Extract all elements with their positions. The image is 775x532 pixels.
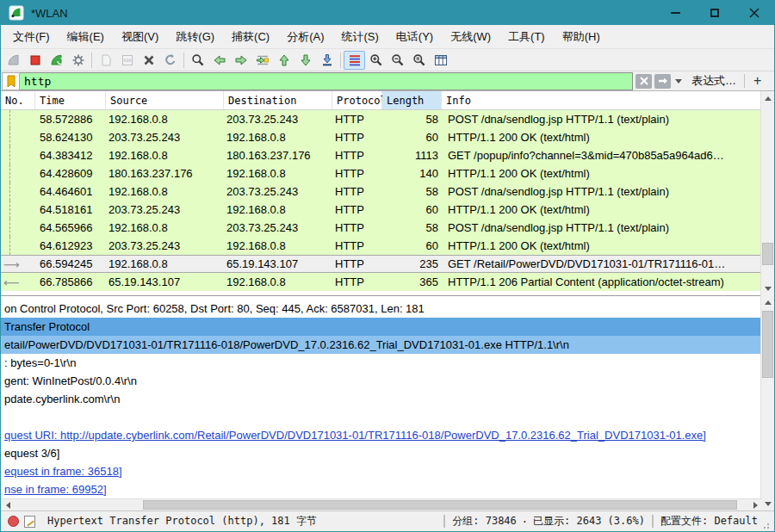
cell-protocol: HTTP [332, 239, 382, 252]
resize-grip[interactable] [763, 521, 772, 529]
detail-line[interactable]: equest in frame: 36518] [1, 462, 762, 480]
expression-button[interactable]: 表达式… [684, 73, 744, 89]
go-up-icon[interactable] [273, 51, 294, 70]
cell-destination: 180.163.237.176 [224, 149, 332, 162]
detail-line[interactable]: nse in frame: 69952] [1, 480, 762, 498]
detail-pane-scrollbar[interactable] [760, 295, 774, 510]
scroll-down-icon[interactable] [761, 281, 775, 295]
cell-time: 64.518161 [35, 203, 106, 216]
column-header[interactable]: No. [1, 91, 35, 109]
filter-bar: 表达式… + [1, 71, 774, 91]
cell-source: 192.168.0.8 [106, 221, 224, 234]
save-file-icon[interactable]: 010 [116, 51, 138, 70]
scroll-thumb[interactable] [143, 500, 737, 510]
start-capture-icon[interactable] [3, 51, 24, 70]
detail-line[interactable] [1, 408, 762, 426]
cell-destination: 192.168.0.8 [224, 239, 332, 252]
table-row[interactable]: 64.383412 192.168.0.8 180.163.237.176 HT… [1, 146, 762, 164]
capture-options-icon[interactable] [67, 51, 89, 70]
menu-item[interactable]: 视图(V) [113, 25, 167, 48]
minimize-button[interactable] [655, 1, 695, 25]
find-packet-icon[interactable] [187, 51, 208, 70]
cell-length: 58 [382, 221, 442, 234]
menu-item[interactable]: 捕获(C) [223, 25, 278, 48]
menu-item[interactable]: 跳转(G) [167, 25, 223, 48]
cell-length: 58 [382, 113, 442, 126]
display-filter-input[interactable] [20, 72, 633, 90]
column-header[interactable]: Protocol [332, 91, 382, 109]
filter-history-dropdown[interactable] [673, 74, 684, 89]
cell-info: HTTP/1.1 200 OK (text/html) [442, 131, 762, 144]
detail-line[interactable]: : bytes=0-1\r\n [1, 354, 762, 372]
table-row[interactable]: 64.428609 180.163.237.176 192.168.0.8 HT… [1, 164, 762, 182]
table-row[interactable]: 58.624130 203.73.25.243 192.168.0.8 HTTP… [1, 128, 762, 146]
cell-info: POST /dna/sendlog.jsp HTTP/1.1 (text/pla… [442, 113, 762, 126]
zoom-out-icon[interactable] [387, 51, 408, 70]
scroll-thumb[interactable] [762, 243, 773, 265]
colorize-icon[interactable] [344, 51, 365, 70]
detail-line[interactable]: equest 3/6] [1, 444, 762, 462]
cell-time: 58.572886 [35, 113, 106, 126]
filter-apply-button[interactable] [654, 74, 671, 89]
maximize-button[interactable] [695, 1, 735, 25]
cell-info: HTTP/1.1 206 Partial Content (applicatio… [442, 275, 762, 288]
status-profile[interactable]: 配置文件: Default [660, 514, 758, 529]
cell-destination: 203.73.25.243 [224, 185, 332, 198]
detail-line[interactable]: gent: WinInetPost/0.0.4\r\n [1, 372, 762, 390]
scroll-up-icon[interactable] [761, 91, 775, 105]
table-row[interactable]: 64.518161 203.73.25.243 192.168.0.8 HTTP… [1, 201, 762, 219]
go-forward-icon[interactable] [230, 51, 251, 70]
reload-file-icon[interactable] [159, 51, 181, 70]
cell-time: 66.594245 [35, 257, 106, 270]
scroll-left-icon[interactable] [1, 499, 15, 511]
menu-item[interactable]: 文件(F) [4, 25, 59, 48]
restart-capture-icon[interactable] [46, 51, 67, 70]
column-header[interactable]: Time [35, 91, 106, 109]
detail-line[interactable]: pdate.cyberlink.com\r\n [1, 390, 762, 408]
filter-bookmark-button[interactable] [2, 72, 20, 90]
resize-columns-icon[interactable] [430, 51, 451, 70]
scroll-thumb[interactable] [762, 311, 773, 378]
open-file-icon[interactable] [95, 51, 116, 70]
menu-item[interactable]: 工具(T) [499, 25, 554, 48]
detail-line[interactable]: quest URI: http://update.cyberlink.com/R… [1, 426, 762, 444]
filter-clear-button[interactable] [636, 74, 652, 89]
scroll-right-icon[interactable] [748, 499, 762, 511]
menu-item[interactable]: 分析(A) [278, 25, 332, 48]
menu-item[interactable]: 编辑(E) [59, 25, 113, 48]
go-to-bottom-icon[interactable] [316, 51, 338, 70]
detail-line[interactable]: on Control Protocol, Src Port: 60258, Ds… [1, 300, 762, 318]
table-row[interactable]: 66.594245 192.168.0.8 65.19.143.107 HTTP… [1, 255, 762, 273]
add-filter-button[interactable]: + [745, 73, 770, 89]
menu-item[interactable]: 电话(Y) [388, 25, 442, 48]
close-button[interactable] [735, 1, 774, 25]
menu-item[interactable]: 帮助(H) [554, 25, 609, 48]
menu-item[interactable]: 统计(S) [332, 25, 387, 48]
detail-line[interactable]: Transfer Protocol [1, 318, 762, 336]
detail-pane-hscrollbar[interactable] [1, 498, 762, 510]
expert-info-icon[interactable] [8, 516, 19, 527]
table-row[interactable]: 64.464601 192.168.0.8 203.73.25.243 HTTP… [1, 182, 762, 201]
column-header[interactable]: Destination [224, 91, 332, 109]
scroll-up-icon[interactable] [761, 295, 775, 309]
packet-list-scrollbar[interactable] [760, 91, 774, 295]
capture-comment-icon[interactable] [24, 516, 35, 528]
scroll-down-icon[interactable] [761, 497, 775, 510]
close-file-icon[interactable] [138, 51, 159, 70]
menu-item[interactable]: 无线(W) [442, 25, 499, 48]
table-row[interactable]: 64.565966 192.168.0.8 203.73.25.243 HTTP… [1, 219, 762, 237]
table-row[interactable]: 58.572886 192.168.0.8 203.73.25.243 HTTP… [1, 110, 762, 128]
table-row[interactable]: 64.612923 203.73.25.243 192.168.0.8 HTTP… [1, 237, 762, 255]
table-row[interactable]: 66.785866 65.19.143.107 192.168.0.8 HTTP… [1, 273, 762, 291]
zoom-in-icon[interactable] [365, 51, 387, 70]
go-back-icon[interactable] [208, 51, 230, 70]
zoom-reset-icon[interactable] [408, 51, 430, 70]
go-down-icon[interactable] [294, 51, 316, 70]
go-to-packet-icon[interactable] [251, 51, 273, 70]
column-header[interactable]: Source [106, 91, 224, 109]
stop-capture-icon[interactable] [24, 51, 46, 70]
cell-length: 140 [382, 167, 442, 180]
column-header[interactable]: Info [442, 91, 762, 109]
column-header[interactable]: Length [382, 91, 442, 109]
detail-line[interactable]: etail/PowerDVD/DVD171031-01/TR171116-018… [1, 336, 762, 354]
